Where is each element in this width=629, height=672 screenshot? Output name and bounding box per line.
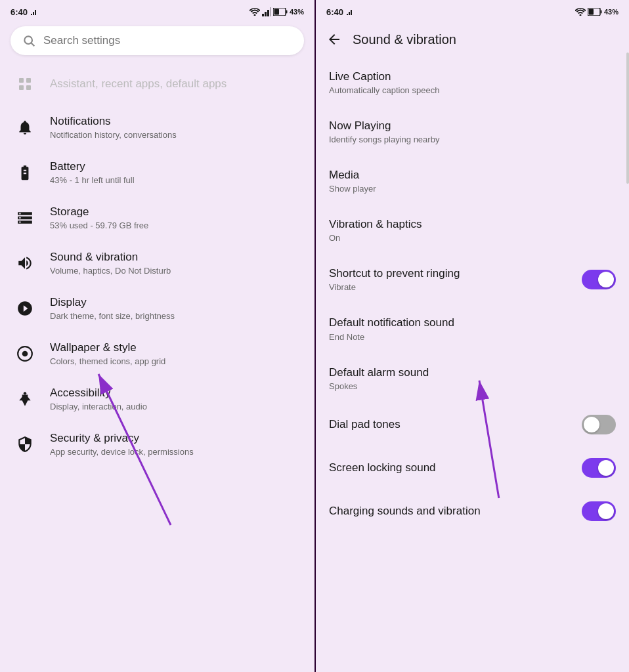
faded-item-text: Assistant, recent apps, default apps: [50, 77, 301, 91]
svg-point-15: [24, 392, 26, 395]
wallpaper-subtitle: Colors, themed icons, app grid: [50, 356, 301, 368]
time-left: 6:40: [11, 7, 28, 17]
settings-item-wallpaper[interactable]: Wallpaper & style Colors, themed icons, …: [3, 331, 312, 377]
svg-rect-19: [600, 10, 601, 14]
live-caption-subtitle: Automatically caption speech: [329, 85, 616, 95]
notifications-subtitle: Notification history, conversations: [50, 130, 301, 141]
signal-icon-left: [30, 7, 39, 16]
svg-rect-12: [26, 85, 31, 90]
page-header: Sound & vibration: [316, 21, 629, 58]
battery-subtitle: 43% - 1 hr left until full: [50, 175, 301, 186]
status-left-right: 6:40: [326, 7, 355, 17]
settings-item-faded[interactable]: Assistant, recent apps, default apps: [3, 63, 312, 105]
default-notification-title: Default notification sound: [329, 316, 616, 330]
svg-point-14: [22, 351, 28, 357]
shortcut-ringing-title: Shortcut to prevent ringing: [329, 266, 582, 281]
right-item-charging-sounds[interactable]: Charging sounds and vibration: [316, 490, 629, 533]
vibration-title: Vibration & haptics: [329, 217, 616, 232]
search-input[interactable]: [43, 34, 292, 47]
time-right: 6:40: [326, 7, 343, 17]
now-playing-subtitle: Identify songs playing nearby: [329, 135, 616, 144]
storage-text: Storage 53% used - 59.79 GB free: [50, 205, 301, 232]
scrollbar-indicator: [626, 52, 629, 184]
wallpaper-title: Wallpaper & style: [50, 341, 301, 355]
status-left: 6:40: [11, 7, 39, 17]
right-panel: 6:40 43% Sound & vibration Live Caption …: [314, 0, 629, 672]
right-item-vibration[interactable]: Vibration & haptics On: [316, 205, 629, 255]
settings-item-security[interactable]: Security & privacy App security, device …: [3, 422, 312, 467]
screen-locking-title: Screen locking sound: [329, 461, 582, 475]
cell-signal-icon-left: [262, 7, 271, 16]
storage-subtitle: 53% used - 59.79 GB free: [50, 220, 301, 232]
battery-pct-right: 43%: [604, 8, 618, 16]
battery-text: Battery 43% - 1 hr left until full: [50, 159, 301, 186]
settings-item-notifications[interactable]: Notifications Notification history, conv…: [3, 105, 312, 150]
right-item-dial-pad[interactable]: Dial pad tones: [316, 403, 629, 446]
signal-icon-right: [346, 7, 355, 16]
status-right-left: 43%: [249, 7, 304, 16]
display-settings-icon: [13, 297, 37, 320]
battery-title: Battery: [50, 159, 301, 174]
battery-icon-status-left: [273, 8, 288, 16]
default-alarm-subtitle: Spokes: [329, 381, 616, 391]
search-icon: [22, 34, 35, 47]
notifications-text: Notifications Notification history, conv…: [50, 114, 301, 141]
battery-settings-icon: [13, 161, 37, 184]
settings-list: Assistant, recent apps, default apps Not…: [0, 63, 314, 672]
vibration-subtitle: On: [329, 233, 616, 243]
settings-item-sound[interactable]: Sound & vibration Volume, haptics, Do No…: [3, 241, 312, 286]
status-right-right: 43%: [575, 8, 618, 16]
page-title: Sound & vibration: [353, 32, 456, 47]
storage-settings-icon: [13, 206, 37, 230]
right-item-screen-locking[interactable]: Screen locking sound: [316, 446, 629, 490]
sound-title: Sound & vibration: [50, 250, 301, 264]
security-settings-icon: [13, 432, 37, 456]
display-title: Display: [50, 295, 301, 310]
sound-subtitle: Volume, haptics, Do Not Disturb: [50, 266, 301, 277]
shortcut-ringing-subtitle: Vibrate: [329, 282, 582, 292]
search-bar[interactable]: [11, 26, 304, 55]
right-item-live-caption[interactable]: Live Caption Automatically caption speec…: [316, 58, 629, 107]
default-alarm-title: Default alarm sound: [329, 366, 616, 380]
back-button[interactable]: [326, 32, 342, 47]
sound-text: Sound & vibration Volume, haptics, Do No…: [50, 250, 301, 277]
media-subtitle: Show player: [329, 184, 616, 194]
security-title: Security & privacy: [50, 431, 301, 446]
right-item-default-notification[interactable]: Default notification sound End Note: [316, 304, 629, 353]
svg-rect-0: [262, 14, 264, 16]
right-item-default-alarm[interactable]: Default alarm sound Spokes: [316, 354, 629, 403]
display-subtitle: Dark theme, font size, brightness: [50, 311, 301, 322]
right-settings-list: Live Caption Automatically caption speec…: [316, 58, 629, 672]
charging-sounds-toggle[interactable]: [582, 501, 616, 521]
svg-rect-10: [26, 78, 31, 83]
right-item-media[interactable]: Media Show player: [316, 156, 629, 205]
display-text: Display Dark theme, font size, brightnes…: [50, 295, 301, 322]
settings-item-battery[interactable]: Battery 43% - 1 hr left until full: [3, 150, 312, 196]
svg-rect-1: [265, 12, 267, 16]
dial-pad-toggle[interactable]: [582, 415, 616, 434]
battery-pct-left: 43%: [290, 8, 304, 16]
wifi-icon-right: [575, 8, 586, 16]
accessibility-text: Accessibility Display, interaction, audi…: [50, 386, 301, 413]
shortcut-ringing-toggle[interactable]: [582, 270, 616, 289]
settings-item-accessibility[interactable]: Accessibility Display, interaction, audi…: [3, 377, 312, 422]
svg-rect-9: [19, 78, 24, 83]
status-bar-right: 6:40 43%: [316, 0, 629, 21]
svg-rect-2: [267, 10, 269, 16]
right-item-shortcut-ringing[interactable]: Shortcut to prevent ringing Vibrate: [316, 255, 629, 304]
status-bar-left: 6:40 43%: [0, 0, 314, 21]
faded-item-title: Assistant, recent apps, default apps: [50, 77, 301, 91]
security-subtitle: App security, device lock, permissions: [50, 447, 301, 458]
accessibility-title: Accessibility: [50, 386, 301, 400]
battery-icon-status-right: [588, 8, 602, 16]
settings-item-storage[interactable]: Storage 53% used - 59.79 GB free: [3, 196, 312, 241]
left-panel: 6:40 43% Assistant, recent apps, default…: [0, 0, 314, 672]
charging-sounds-title: Charging sounds and vibration: [329, 504, 582, 518]
wallpaper-text: Wallpaper & style Colors, themed icons, …: [50, 341, 301, 368]
security-text: Security & privacy App security, device …: [50, 431, 301, 458]
now-playing-title: Now Playing: [329, 119, 616, 133]
settings-item-display[interactable]: Display Dark theme, font size, brightnes…: [3, 286, 312, 331]
screen-locking-toggle[interactable]: [582, 458, 616, 478]
right-item-now-playing[interactable]: Now Playing Identify songs playing nearb…: [316, 107, 629, 156]
svg-rect-5: [286, 10, 287, 14]
